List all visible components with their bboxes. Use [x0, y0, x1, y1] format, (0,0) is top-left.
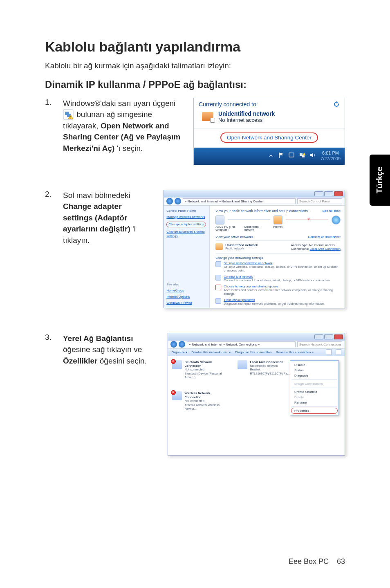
task-head: Set up a new connection or network: [224, 261, 341, 265]
network-tray-icon[interactable]: [299, 152, 306, 160]
ctx-properties[interactable]: Properties: [290, 408, 338, 413]
tray-chevron-icon[interactable]: [269, 153, 273, 160]
clock-date: 7/27/2009: [321, 156, 341, 162]
see-full-map-link[interactable]: See full map: [323, 209, 341, 213]
step-3-bold-1: Yerel Ağ Bağlantısı: [63, 334, 133, 343]
connection-icon: [172, 360, 182, 369]
page-footer: Eee Box PC 63: [289, 557, 345, 566]
main-title: View your basic network information and …: [215, 209, 341, 213]
page-title: Kablolu bağlantı yapılandırma: [45, 39, 345, 55]
close-button[interactable]: [334, 334, 343, 339]
minimize-button[interactable]: [314, 334, 323, 339]
connections-area: Bluetooth Network Connection Not connect…: [168, 356, 345, 455]
left-link-manage-wireless[interactable]: Manage wireless networks: [166, 215, 207, 219]
see-also-internet-options[interactable]: Internet Options: [166, 295, 207, 298]
connection-status: Unidentified network: [250, 364, 291, 368]
connection-device: Bluetooth Device (Personal Area ...): [184, 372, 225, 379]
task-troubleshoot[interactable]: Troubleshoot problemsDiagnose and repair…: [215, 298, 341, 305]
search-input[interactable]: Search Network Connections: [297, 341, 342, 347]
flyout-network-row[interactable]: Unidentified network No Internet access: [194, 109, 345, 127]
left-link-advanced-sharing[interactable]: Change advanced sharing settings: [166, 230, 207, 238]
task-homegroup[interactable]: Choose homegroup and sharing optionsAcce…: [215, 285, 341, 296]
action-center-icon[interactable]: [288, 152, 295, 160]
connection-bluetooth[interactable]: Bluetooth Network Connection Not connect…: [172, 360, 225, 379]
toolbar-disable[interactable]: Disable this network device: [191, 350, 231, 354]
close-button[interactable]: [334, 191, 343, 196]
flag-icon[interactable]: [278, 152, 285, 160]
map-caption-network: Unidentified network: [244, 225, 269, 231]
map-node-network-icon: [273, 215, 282, 224]
explorer-toolbar: Organize ▾ Disable this network device D…: [168, 349, 345, 356]
task-setup-connection[interactable]: Set up a new connection or networkSet up…: [215, 261, 341, 272]
left-pane: Control Panel Home Manage wireless netwo…: [164, 206, 210, 308]
network-map: [215, 215, 341, 224]
flyout-network-sub: No Internet access: [218, 117, 275, 123]
toolbar-diagnose[interactable]: Diagnose this connection: [235, 350, 271, 354]
access-type-value: No Internet access: [309, 243, 335, 247]
task-connect-network[interactable]: Connect to a networkConnect or reconnect…: [215, 275, 341, 282]
refresh-icon[interactable]: [333, 101, 340, 108]
step-3-bold-2: Özellikler: [63, 357, 98, 365]
ctx-disable[interactable]: Disable: [290, 362, 338, 368]
breadcrumb[interactable]: « Network and Internet » Network and Sha…: [183, 198, 296, 204]
map-node-pc-icon: [215, 215, 224, 224]
page-content: Kablolu bağlantı yapılandırma Kablolu bi…: [0, 0, 390, 456]
step-1-text: Windows®'daki sarı uyarı üçgeni bulunan …: [63, 98, 183, 154]
unidentified-network-icon: [202, 112, 213, 121]
ctx-separator: [292, 379, 337, 380]
map-caption-pc: ASUS-PC (This computer): [215, 225, 240, 231]
connection-wireless[interactable]: Wireless Network Connection Not connecte…: [172, 391, 225, 411]
maximize-button[interactable]: [324, 191, 333, 196]
svg-rect-4: [70, 116, 71, 117]
task-icon: [215, 285, 221, 290]
back-button[interactable]: [170, 341, 177, 348]
ctx-rename[interactable]: Rename: [290, 400, 338, 405]
toolbar-organize[interactable]: Organize ▾: [171, 350, 187, 354]
task-desc: Access files and printers located on oth…: [224, 288, 341, 296]
maximize-button[interactable]: [324, 334, 333, 339]
task-icon: [215, 298, 221, 304]
forward-button[interactable]: [179, 341, 185, 348]
active-network-row: Unidentified network Public network Acce…: [215, 240, 341, 254]
window-chrome: [164, 190, 345, 197]
search-input[interactable]: Search Control Panel: [297, 198, 342, 204]
left-link-change-adapter[interactable]: Change adapter settings: [166, 222, 207, 227]
connection-name: Wireless Network Connection: [184, 391, 225, 399]
svg-marker-10: [303, 153, 306, 155]
active-network-name: Unidentified network: [225, 243, 258, 247]
see-also-firewall[interactable]: Windows Firewall: [166, 301, 207, 305]
ctx-status[interactable]: Status: [290, 368, 338, 373]
access-type-label: Access type:: [291, 243, 309, 247]
change-adapter-highlight: Change adapter settings: [166, 222, 206, 227]
back-button[interactable]: [166, 198, 173, 204]
volume-icon[interactable]: [309, 152, 316, 160]
clock-time: 6:01 PM: [321, 150, 341, 156]
see-also-label: See also: [166, 283, 207, 286]
network-warning-tray-icon: [63, 109, 74, 120]
step-3-tail: öğesini seçin.: [100, 357, 147, 365]
ctx-diagnose[interactable]: Diagnose: [290, 373, 338, 378]
taskbar: 6:01 PM 7/27/2009: [194, 148, 345, 165]
toolbar-rename[interactable]: Rename this connection »: [276, 350, 314, 354]
flyout-network-title: Unidentified network: [218, 110, 275, 117]
taskbar-clock[interactable]: 6:01 PM 7/27/2009: [321, 150, 341, 161]
map-caption-internet: Internet: [273, 225, 297, 231]
step-2: 2. Sol mavi bölmedeki Change adapter set…: [45, 190, 345, 308]
see-also-homegroup[interactable]: HomeGroup: [166, 289, 207, 292]
connect-disconnect-link[interactable]: Connect or disconnect: [308, 235, 341, 239]
step-3-mid: öğesine sağ tıklayın ve: [63, 345, 142, 354]
connection-status: Not connected: [184, 399, 225, 403]
forward-button[interactable]: [175, 198, 181, 204]
minimize-button[interactable]: [314, 191, 323, 196]
step-1: 1. Windows®'daki sarı uyarı üçgeni bulun…: [45, 98, 345, 165]
connection-lan[interactable]: Local Area Connection Unidentified netwo…: [238, 360, 291, 379]
task-desc: Connect or reconnect to a wireless, wire…: [224, 278, 330, 282]
connections-link[interactable]: Local Area Connection: [310, 247, 341, 251]
ctx-create-shortcut[interactable]: Create Shortcut: [290, 389, 338, 395]
help-icon[interactable]: [336, 349, 341, 355]
view-icon[interactable]: [326, 349, 332, 355]
breadcrumb[interactable]: « Network and Internet » Network Connect…: [187, 341, 296, 347]
context-menu: Disable Status Diagnose Bridge Connectio…: [290, 360, 339, 415]
open-network-sharing-center-link[interactable]: Open Network and Sharing Center: [220, 132, 318, 143]
connection-icon: [238, 360, 247, 369]
